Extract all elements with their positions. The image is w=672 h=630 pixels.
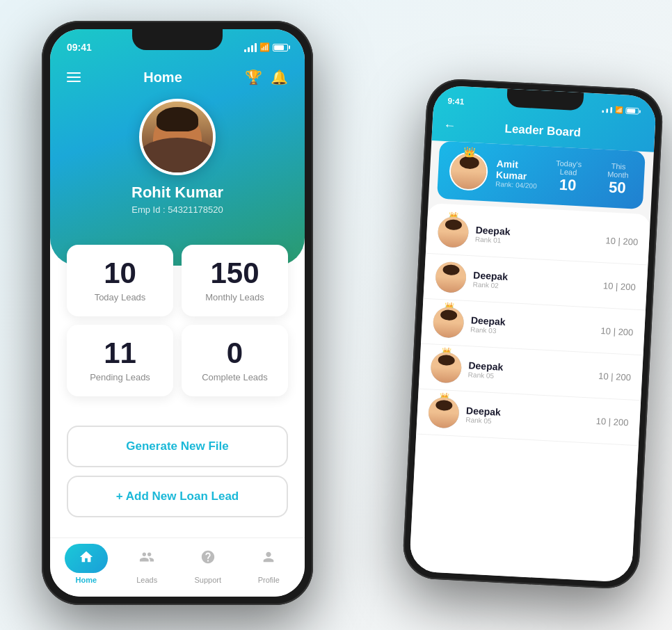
top-rank-rank: Rank: 04/200 <box>495 180 542 190</box>
top-rank-info: Amit Kumar Rank: 04/200 <box>495 158 543 190</box>
month-stat: This Month 50 <box>602 161 634 197</box>
lb-row-avatar: 👑 <box>433 307 465 339</box>
monthly-leads-count: 150 <box>193 259 277 288</box>
top-rank-name: Amit Kumar <box>495 158 543 182</box>
user-emp-id: Emp Id : 54321178520 <box>131 204 223 215</box>
top-rank-avatar-wrap: 👑 <box>449 151 489 191</box>
notification-icon[interactable]: 🔔 <box>271 69 288 86</box>
avatar-image <box>142 102 213 172</box>
lb-row-score: 10 | 200 <box>598 371 631 382</box>
status-time2: 9:41 <box>447 96 465 106</box>
phone-home-screen: 09:41 📶 <box>50 29 305 597</box>
lb-row-avatar: 👑 <box>430 351 462 383</box>
pending-leads-count: 11 <box>78 339 162 368</box>
today-leads-label: Today Leads <box>78 292 162 302</box>
signal-icon2 <box>602 106 614 112</box>
wifi-icon: 📶 <box>259 42 270 52</box>
crown-icon: 👑 <box>463 146 476 158</box>
top-rank-face <box>450 153 488 191</box>
pending-leads-label: Pending Leads <box>78 372 162 382</box>
profile-icon-wrap <box>247 544 290 573</box>
bottom-nav: Home Leads Support <box>50 538 305 597</box>
generate-file-button[interactable]: Generate New File <box>67 426 288 467</box>
today-lead-label: Today's Lead <box>550 159 587 177</box>
lb-row-info: Deepak Rank 05 <box>468 360 592 385</box>
nav-icons: 🏆 🔔 <box>245 69 288 86</box>
notch <box>132 29 223 50</box>
signal-icon <box>244 43 257 52</box>
add-loan-lead-button[interactable]: + Add New Loan Lead <box>67 476 288 517</box>
monthly-leads-label: Monthly Leads <box>193 292 277 302</box>
lb-face <box>435 261 467 293</box>
leaderboard-title: Leader Board <box>461 120 625 142</box>
phone-home: 09:41 📶 <box>42 21 313 605</box>
complete-leads-count: 0 <box>193 339 277 368</box>
today-leads-count: 10 <box>78 259 162 288</box>
status-time: 09:41 <box>67 42 92 53</box>
lb-row-score: 10 | 200 <box>605 235 638 247</box>
nav-support-label: Support <box>194 576 221 584</box>
user-name: Rohit Kumar <box>131 184 223 202</box>
nav-leads[interactable]: Leads <box>117 544 178 584</box>
status-icons2: 📶 <box>601 105 639 115</box>
support-icon <box>200 549 216 565</box>
top-rank-card: 👑 Amit Kumar Rank: 04/200 Today's Lead 1… <box>437 141 646 209</box>
today-lead-stat: Today's Lead 10 <box>550 159 587 195</box>
phone-leaderboard: 9:41 📶 ← Leader Board <box>401 78 664 590</box>
lb-face <box>437 216 469 248</box>
nav-support[interactable]: Support <box>177 544 239 584</box>
leaderboard-icon[interactable]: 🏆 <box>245 69 262 86</box>
nav-profile-label: Profile <box>258 576 280 584</box>
avatar-hair <box>157 107 198 131</box>
today-lead-val: 10 <box>550 175 586 195</box>
lb-row-avatar: 👑 <box>437 216 469 248</box>
lb-row-info: Deepak Rank 03 <box>470 314 594 339</box>
complete-leads-label: Complete Leads <box>193 372 277 382</box>
nav-home-label: Home <box>75 576 97 584</box>
home-icon-wrap <box>65 544 108 573</box>
lb-face <box>430 351 462 383</box>
nav-home[interactable]: Home <box>56 544 117 584</box>
month-label: This Month <box>602 161 634 179</box>
wifi-icon2: 📶 <box>615 106 623 114</box>
lb-face <box>433 307 465 339</box>
lb-row-info: Deepak Rank 01 <box>475 224 599 249</box>
profile-icon <box>261 549 276 565</box>
lb-row-score: 10 | 200 <box>600 325 633 337</box>
page-title: Home <box>143 70 182 86</box>
lb-row-avatar <box>435 261 467 293</box>
scene: 09:41 📶 <box>0 0 672 630</box>
stats-grid: 10 Today Leads 150 Monthly Leads 11 Pend… <box>67 245 288 396</box>
leaderboard-list: 👑 Deepak Rank 01 10 | 200 Deepak Rank 02… <box>409 203 650 583</box>
phone-leaderboard-screen: 9:41 📶 ← Leader Board <box>409 85 657 583</box>
lb-row-score: 10 | 200 <box>595 415 628 427</box>
lb-row-score: 10 | 200 <box>603 280 636 292</box>
menu-button[interactable] <box>67 70 81 85</box>
status-icons: 📶 <box>244 42 288 52</box>
month-val: 50 <box>602 177 633 197</box>
lb-row-info: Deepak Rank 02 <box>472 269 596 294</box>
leads-icon <box>139 549 154 565</box>
user-profile-area: Rohit Kumar Emp Id : 54321178520 <box>50 99 305 215</box>
battery-icon <box>273 44 288 51</box>
home-icon <box>79 549 94 565</box>
leads-icon-wrap <box>125 544 168 573</box>
top-rank-stats: Today's Lead 10 This Month 50 <box>550 159 634 197</box>
nav-profile[interactable]: Profile <box>239 544 300 584</box>
stat-monthly-leads: 150 Monthly Leads <box>182 245 288 316</box>
battery-icon2 <box>625 107 639 114</box>
support-icon-wrap <box>186 544 230 573</box>
stat-today-leads: 10 Today Leads <box>67 245 173 316</box>
nav-leads-label: Leads <box>136 576 157 584</box>
lb-face <box>428 396 460 428</box>
stat-complete-leads: 0 Complete Leads <box>182 325 288 396</box>
lb-row-avatar: 👑 <box>428 396 460 428</box>
avatar <box>139 99 216 175</box>
action-buttons: Generate New File + Add New Loan Lead <box>67 426 288 517</box>
lb-row-info: Deepak Rank 05 <box>465 405 589 430</box>
back-button[interactable]: ← <box>443 118 456 134</box>
stat-pending-leads: 11 Pending Leads <box>67 325 173 396</box>
top-nav: Home 🏆 🔔 <box>50 60 305 95</box>
